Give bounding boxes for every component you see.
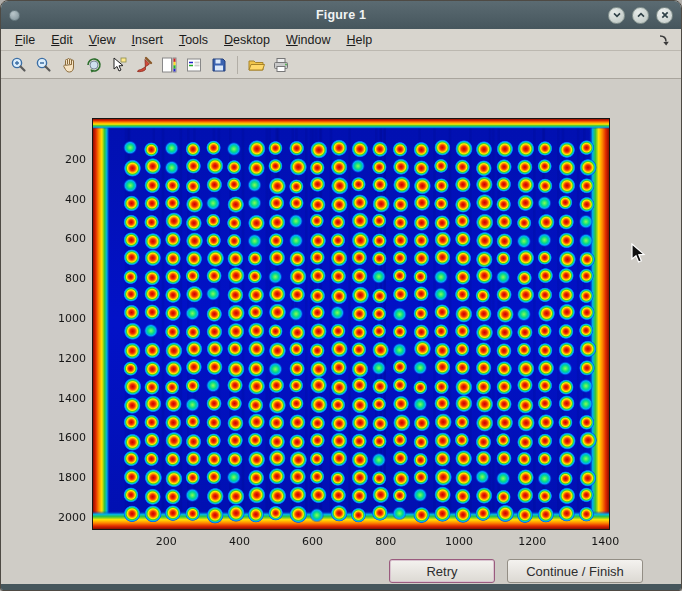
chevron-down-icon	[612, 10, 622, 20]
menu-tools[interactable]: Tools	[171, 31, 216, 49]
minimize-button[interactable]	[608, 7, 625, 24]
open-folder-icon	[247, 56, 265, 74]
rotate-3d-button[interactable]	[82, 53, 106, 76]
chevron-up-icon	[636, 10, 646, 20]
menu-window[interactable]: Window	[278, 31, 338, 49]
window-title: Figure 1	[316, 8, 366, 22]
dock-arrow-icon[interactable]	[657, 33, 671, 47]
menu-view[interactable]: View	[81, 31, 124, 49]
retry-button-label: Retry	[426, 564, 457, 579]
menu-help[interactable]: Help	[338, 31, 380, 49]
save-figure-button[interactable]	[207, 53, 231, 76]
continue-finish-button[interactable]: Continue / Finish	[507, 559, 643, 583]
close-button[interactable]	[656, 7, 673, 24]
menu-insert[interactable]: Insert	[124, 31, 171, 49]
figure-axes[interactable]	[1, 79, 682, 557]
menu-file[interactable]: File	[7, 31, 43, 49]
brush-icon	[135, 56, 153, 74]
print-figure-button[interactable]	[269, 53, 293, 76]
window-bottom-border	[1, 584, 681, 591]
pan-hand-icon	[60, 56, 78, 74]
pan-button[interactable]	[57, 53, 81, 76]
rotate-3d-icon	[85, 56, 103, 74]
data-cursor-icon	[110, 56, 128, 74]
insert-colorbar-icon	[160, 56, 178, 74]
insert-legend-icon	[185, 56, 203, 74]
retry-button[interactable]: Retry	[389, 559, 495, 583]
save-icon	[210, 56, 228, 74]
figure-window: Figure 1 File Edit View Insert Tools Des…	[0, 0, 682, 591]
open-file-button[interactable]	[244, 53, 268, 76]
titlebar[interactable]: Figure 1	[1, 1, 681, 29]
brush-button[interactable]	[132, 53, 156, 76]
continue-finish-button-label: Continue / Finish	[526, 564, 624, 579]
toolbar	[1, 51, 681, 79]
menu-desktop[interactable]: Desktop	[216, 31, 278, 49]
printer-icon	[272, 56, 290, 74]
zoom-in-icon	[10, 56, 28, 74]
figure-content: Retry Continue / Finish	[1, 79, 681, 584]
insert-legend-button[interactable]	[182, 53, 206, 76]
zoom-out-button[interactable]	[32, 53, 56, 76]
data-cursor-button[interactable]	[107, 53, 131, 76]
window-controls	[601, 7, 673, 24]
window-menu-icon[interactable]	[9, 10, 20, 21]
zoom-in-button[interactable]	[7, 53, 31, 76]
zoom-out-icon	[35, 56, 53, 74]
toolbar-separator	[237, 56, 238, 74]
menu-edit[interactable]: Edit	[43, 31, 81, 49]
maximize-button[interactable]	[632, 7, 649, 24]
menubar: File Edit View Insert Tools Desktop Wind…	[1, 29, 681, 51]
close-icon	[660, 10, 670, 20]
insert-colorbar-button[interactable]	[157, 53, 181, 76]
